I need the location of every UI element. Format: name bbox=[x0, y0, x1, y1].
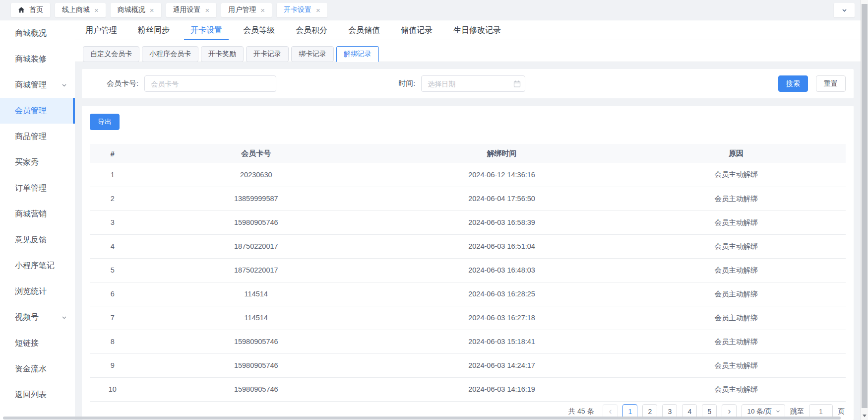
time-label: 时间: bbox=[398, 79, 415, 88]
sidebar-item-fund-flow[interactable]: 资金流水 bbox=[0, 356, 75, 382]
table-row: 3159809057462024-06-03 16:58:39会员主动解绑 bbox=[90, 210, 846, 234]
tag-label: 线上商城 bbox=[62, 5, 90, 14]
vertical-scrollbar-thumb[interactable] bbox=[862, 4, 868, 408]
close-icon[interactable]: × bbox=[260, 6, 265, 14]
subtab-unbind-records[interactable]: 解绑记录 bbox=[336, 46, 379, 62]
col-unbind-time: 解绑时间 bbox=[377, 144, 626, 163]
table-row: 8159809057462024-06-03 15:18:41会员主动解绑 bbox=[90, 330, 846, 353]
sub-tab-bar: 自定义会员卡 小程序会员卡 开卡奖励 开卡记录 绑卡记录 解绑记录 bbox=[75, 40, 861, 62]
tag-label: 首页 bbox=[29, 5, 43, 14]
horizontal-scrollbar[interactable] bbox=[0, 416, 861, 420]
sidebar-item-member-manage[interactable]: 会员管理 bbox=[0, 98, 75, 124]
tab-fan-sync[interactable]: 粉丝同步 bbox=[131, 20, 176, 40]
sidebar-item-mall-manage[interactable]: 商城管理 bbox=[0, 72, 75, 98]
subtab-card-records[interactable]: 开卡记录 bbox=[246, 46, 289, 62]
chevron-down-icon bbox=[841, 7, 848, 13]
card-number-input[interactable] bbox=[144, 75, 276, 92]
calendar-icon bbox=[513, 80, 521, 87]
page-unit-label: 页 bbox=[838, 407, 845, 416]
pagination-total: 共 45 条 bbox=[568, 407, 594, 416]
col-reason: 原因 bbox=[626, 144, 846, 163]
close-icon[interactable]: × bbox=[205, 6, 210, 14]
export-button[interactable]: 导出 bbox=[90, 114, 120, 130]
vertical-scrollbar[interactable] bbox=[861, 0, 868, 420]
filter-card: 会员卡号: 时间: 搜索 重置 bbox=[82, 69, 854, 98]
sidebar-item-order-manage[interactable]: 订单管理 bbox=[0, 175, 75, 201]
chevron-down-icon bbox=[61, 314, 67, 321]
tag-general-settings[interactable]: 通用设置 × bbox=[166, 3, 217, 17]
tag-actions-dropdown[interactable] bbox=[834, 3, 855, 17]
sidebar-item-feedback[interactable]: 意见反馈 bbox=[0, 227, 75, 253]
tab-member-points[interactable]: 会员积分 bbox=[289, 20, 334, 40]
sidebar: 商城概况 商城装修 商城管理 会员管理 商品管理 买家秀 订单管理 商城营销 意… bbox=[0, 20, 75, 420]
card-number-label: 会员卡号: bbox=[107, 79, 138, 88]
tab-member-level[interactable]: 会员等级 bbox=[237, 20, 281, 40]
close-icon[interactable]: × bbox=[150, 6, 154, 14]
tab-user-management[interactable]: 用户管理 bbox=[79, 20, 124, 40]
table-row: 9159809057462024-06-03 14:24:17会员主动解绑 bbox=[90, 353, 846, 377]
tag-mall-overview[interactable]: 商城概况 × bbox=[111, 3, 161, 17]
table-row: 2138599995872024-06-04 17:56:50会员主动解绑 bbox=[90, 187, 846, 210]
admin-screen: 首页 线上商城 × 商城概况 × 通用设置 × 用户管理 × 开卡设置 × bbox=[0, 0, 868, 420]
page-body: 会员卡号: 时间: 搜索 重置 bbox=[75, 62, 861, 420]
table-row: 61145142024-06-03 16:28:25会员主动解绑 bbox=[90, 282, 846, 306]
jump-label: 跳至 bbox=[790, 407, 804, 416]
reset-button[interactable]: 重置 bbox=[816, 75, 846, 92]
table-row: 10159809057462024-06-03 14:16:19会员主动解绑 bbox=[90, 377, 846, 401]
page-size-value: 10 条/页 bbox=[747, 407, 772, 416]
home-icon bbox=[18, 6, 25, 13]
sidebar-item-mall-overview[interactable]: 商城概况 bbox=[0, 20, 75, 46]
tag-card-settings-active[interactable]: 开卡设置 × bbox=[277, 3, 327, 17]
tab-card-settings[interactable]: 开卡设置 bbox=[184, 20, 229, 40]
col-card-number: 会员卡号 bbox=[135, 144, 377, 163]
sidebar-item-mall-decor[interactable]: 商城装修 bbox=[0, 46, 75, 72]
filter-card-number: 会员卡号: bbox=[107, 75, 276, 92]
sidebar-item-buyer-show[interactable]: 买家秀 bbox=[0, 149, 75, 175]
tag-label: 用户管理 bbox=[228, 5, 256, 14]
tab-birthday-change-records[interactable]: 生日修改记录 bbox=[447, 20, 507, 40]
subtab-miniapp-member-card[interactable]: 小程序会员卡 bbox=[142, 46, 198, 62]
filter-time: 时间: bbox=[398, 75, 525, 92]
close-icon[interactable]: × bbox=[94, 6, 99, 14]
top-tag-bar: 首页 线上商城 × 商城概况 × 通用设置 × 用户管理 × 开卡设置 × bbox=[0, 0, 861, 20]
table-row: 4187502200172024-06-03 16:51:04会员主动解绑 bbox=[90, 234, 846, 258]
sidebar-item-video-channel[interactable]: 视频号 bbox=[0, 304, 75, 330]
sidebar-item-miniapp-notes[interactable]: 小程序笔记 bbox=[0, 253, 75, 279]
scrollbar-down-arrow-icon[interactable] bbox=[863, 415, 867, 417]
tab-member-stored-value[interactable]: 会员储值 bbox=[342, 20, 386, 40]
horizontal-scrollbar-thumb[interactable] bbox=[3, 417, 841, 420]
search-button[interactable]: 搜索 bbox=[778, 75, 808, 92]
tab-stored-value-records[interactable]: 储值记录 bbox=[394, 20, 439, 40]
sidebar-item-back-to-list[interactable]: 返回列表 bbox=[0, 382, 75, 408]
main-tab-bar: 用户管理 粉丝同步 开卡设置 会员等级 会员积分 会员储值 储值记录 生日修改记… bbox=[75, 20, 861, 40]
sidebar-item-browse-stats[interactable]: 浏览统计 bbox=[0, 279, 75, 304]
date-picker-input[interactable] bbox=[421, 75, 525, 92]
sidebar-item-short-link[interactable]: 短链接 bbox=[0, 330, 75, 356]
unbind-records-table: # 会员卡号 解绑时间 原因 1202306302024-06-12 14:36… bbox=[90, 144, 846, 402]
tag-home[interactable]: 首页 bbox=[11, 3, 50, 17]
tag-user-management[interactable]: 用户管理 × bbox=[221, 3, 272, 17]
table-row: 71145142024-06-03 16:27:18会员主动解绑 bbox=[90, 306, 846, 330]
sidebar-item-goods-manage[interactable]: 商品管理 bbox=[0, 124, 75, 149]
toolbar: 导出 bbox=[90, 114, 846, 130]
close-icon[interactable]: × bbox=[316, 6, 320, 14]
tag-label: 开卡设置 bbox=[284, 5, 311, 14]
tag-label: 通用设置 bbox=[173, 5, 201, 14]
subtab-bind-records[interactable]: 绑卡记录 bbox=[291, 46, 334, 62]
col-index: # bbox=[90, 144, 135, 163]
subtab-card-reward[interactable]: 开卡奖励 bbox=[201, 46, 244, 62]
table-header-row: # 会员卡号 解绑时间 原因 bbox=[90, 144, 846, 163]
table-row: 1202306302024-06-12 14:36:16会员主动解绑 bbox=[90, 163, 846, 187]
table-card: 导出 # 会员卡号 解绑时间 原因 1202306302 bbox=[82, 106, 854, 420]
table-row: 5187502200172024-06-03 16:48:03会员主动解绑 bbox=[90, 258, 846, 282]
chevron-down-icon bbox=[61, 82, 67, 88]
tag-online-mall[interactable]: 线上商城 × bbox=[55, 3, 106, 17]
sidebar-item-mall-marketing[interactable]: 商城营销 bbox=[0, 201, 75, 227]
subtab-custom-member-card[interactable]: 自定义会员卡 bbox=[83, 46, 139, 62]
main-content: 用户管理 粉丝同步 开卡设置 会员等级 会员积分 会员储值 储值记录 生日修改记… bbox=[75, 20, 861, 420]
chevron-down-icon bbox=[775, 409, 781, 414]
filter-buttons: 搜索 重置 bbox=[778, 75, 846, 92]
tag-label: 商城概况 bbox=[118, 5, 145, 14]
